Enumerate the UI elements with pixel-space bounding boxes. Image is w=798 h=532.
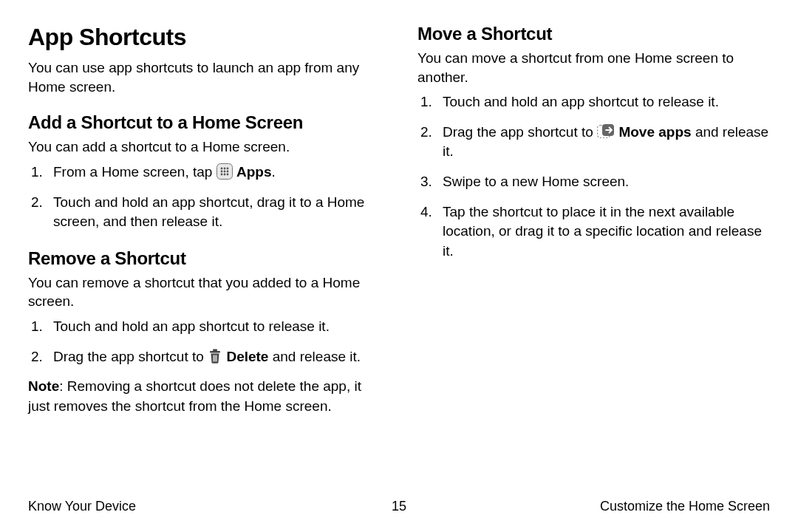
step-text: Drag the app shortcut to	[443, 124, 597, 140]
svg-point-5	[223, 171, 225, 173]
add-steps: From a Home screen, tap Apps. Touch and …	[28, 163, 381, 232]
intro-text: You can use app shortcuts to launch an a…	[28, 58, 381, 96]
list-item: From a Home screen, tap Apps.	[28, 163, 381, 183]
footer-left: Know Your Device	[28, 499, 136, 514]
list-item: Touch and hold an app shortcut to releas…	[417, 92, 770, 112]
step-text: and release it.	[268, 349, 361, 364]
move-apps-label: Move apps	[618, 124, 691, 140]
page-footer: 15 Know Your Device Customize the Home S…	[28, 499, 770, 514]
apps-label: Apps	[236, 164, 272, 180]
note-label: Note	[28, 378, 59, 394]
step-text: .	[271, 164, 275, 180]
step-text: Drag the app shortcut to	[53, 349, 208, 364]
delete-label: Delete	[226, 349, 268, 364]
remove-heading: Remove a Shortcut	[28, 248, 381, 269]
footer-right: Customize the Home Screen	[600, 499, 770, 514]
svg-point-1	[220, 168, 222, 170]
remove-steps: Touch and hold an app shortcut to releas…	[28, 317, 381, 366]
svg-point-9	[226, 174, 228, 176]
svg-point-6	[226, 171, 228, 173]
svg-point-4	[220, 171, 222, 173]
right-column: Move a Shortcut You can move a shortcut …	[417, 24, 770, 467]
move-apps-icon	[597, 123, 615, 140]
list-item: Drag the app shortcut to Delete and rele…	[28, 347, 381, 367]
svg-rect-10	[210, 351, 220, 353]
page-title: App Shortcuts	[28, 24, 381, 51]
svg-rect-11	[213, 349, 217, 351]
move-steps: Touch and hold an app shortcut to releas…	[417, 92, 770, 261]
remove-note: Note: Removing a shortcut does not delet…	[28, 377, 381, 416]
add-intro: You can add a shortcut to a Home screen.	[28, 137, 381, 157]
svg-point-7	[220, 174, 222, 176]
trash-icon	[208, 348, 222, 364]
step-text: From a Home screen, tap	[53, 164, 216, 180]
apps-grid-icon	[216, 163, 233, 180]
list-item: Touch and hold an app shortcut to releas…	[28, 317, 381, 337]
svg-point-2	[223, 168, 225, 170]
list-item: Drag the app shortcut to Move apps and r…	[417, 123, 770, 162]
move-heading: Move a Shortcut	[417, 24, 770, 44]
remove-intro: You can remove a shortcut that you added…	[28, 273, 381, 311]
move-intro: You can move a shortcut from one Home sc…	[417, 49, 770, 86]
left-column: App Shortcuts You can use app shortcuts …	[28, 24, 381, 467]
list-item: Swipe to a new Home screen.	[417, 172, 770, 192]
svg-point-3	[226, 168, 228, 170]
list-item: Tap the shortcut to place it in the next…	[417, 202, 770, 262]
add-heading: Add a Shortcut to a Home Screen	[28, 112, 381, 133]
note-body: : Removing a shortcut does not delete th…	[28, 378, 361, 414]
list-item: Touch and hold an app shortcut, drag it …	[28, 193, 381, 232]
svg-point-8	[223, 174, 225, 176]
